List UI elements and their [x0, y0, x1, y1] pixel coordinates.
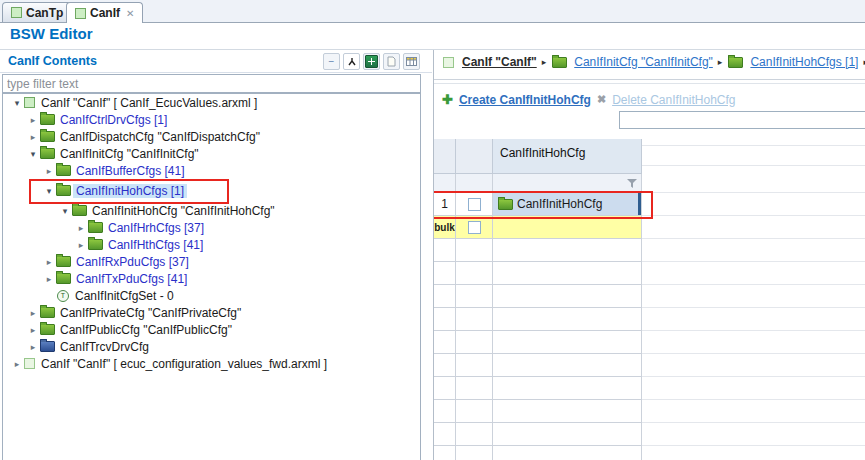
- corner-header-cell: [434, 139, 456, 174]
- delete-x-icon: ✖: [597, 93, 606, 106]
- folder-icon: [56, 185, 71, 196]
- folder-icon: [56, 165, 71, 176]
- breadcrumb-link[interactable]: CanIf "CanIf": [462, 55, 537, 69]
- layout-tree-icon[interactable]: [343, 53, 360, 70]
- tree-item[interactable]: ▸CanIfPrivateCfg "CanIfPrivateCfg": [3, 304, 420, 321]
- editor-content: CanIf Contents − ▾CanIf "CanIf" [ Ca: [0, 49, 865, 460]
- gridline: [642, 422, 865, 423]
- gridline: [642, 445, 865, 446]
- collapse-all-icon[interactable]: −: [323, 53, 340, 70]
- tree-item[interactable]: ▾CanIfInitHohCfgs [1]: [3, 182, 420, 199]
- expander-icon[interactable]: ▸: [43, 257, 55, 267]
- tab-canif[interactable]: CanIf ✕: [66, 2, 143, 23]
- empty-cell: [434, 285, 456, 308]
- funnel-icon[interactable]: [626, 178, 638, 189]
- tree-item[interactable]: ▸CanIfTrcvDrvCfg: [3, 338, 420, 355]
- gridline: [642, 353, 865, 354]
- export-excel-icon[interactable]: [363, 53, 380, 70]
- module-icon: [443, 57, 454, 68]
- gridline: [642, 261, 865, 262]
- gridline: [642, 399, 865, 400]
- expander-icon[interactable]: ▸: [27, 325, 39, 335]
- row-number-cell[interactable]: 1: [434, 193, 456, 216]
- tree-item-label: CanIfTrcvDrvCfg: [57, 340, 152, 354]
- empty-cell: [434, 423, 456, 446]
- filter-row-cell: [456, 174, 493, 193]
- row-number-cell[interactable]: bulk: [434, 216, 456, 239]
- row-checkbox[interactable]: [468, 198, 481, 211]
- column-filter-cell[interactable]: [493, 174, 642, 193]
- breadcrumb-link[interactable]: CanIfInitCfg "CanIfInitCfg": [574, 55, 713, 69]
- module-icon: [24, 97, 35, 108]
- breadcrumb-link[interactable]: CanIfInitHohCfgs [1]: [750, 55, 858, 69]
- row-name: CanIfInitHohCfg: [493, 197, 602, 211]
- expander-icon[interactable]: ▸: [27, 342, 39, 352]
- folder-icon: [40, 341, 55, 352]
- row-checkbox[interactable]: [468, 221, 481, 234]
- tree-item[interactable]: ▸CanIfHthCfgs [41]: [3, 236, 420, 253]
- empty-cell: [493, 285, 642, 308]
- row-name-cell[interactable]: [493, 216, 642, 239]
- expander-icon[interactable]: ▸: [27, 308, 39, 318]
- tree-item-label: CanIfPublicCfg "CanIfPublicCfg": [57, 323, 235, 337]
- tree-filter-input[interactable]: [2, 74, 421, 93]
- empty-cell: [456, 239, 493, 262]
- row-name-cell[interactable]: CanIfInitHohCfg: [493, 193, 642, 216]
- contents-header: CanIf Contents −: [0, 50, 432, 73]
- tree-item[interactable]: ▸CanIfHrhCfgs [37]: [3, 219, 420, 236]
- tab-label: CanTp: [26, 6, 63, 20]
- tab-cantp[interactable]: CanTp: [2, 2, 72, 22]
- expander-icon[interactable]: ▸: [75, 223, 87, 233]
- empty-cell: [434, 354, 456, 377]
- empty-cell: [493, 262, 642, 285]
- expander-icon[interactable]: ▾: [59, 206, 71, 216]
- tree-item-label: CanIfCtrlDrvCfgs [1]: [57, 113, 170, 127]
- expander-icon[interactable]: ▾: [43, 186, 55, 196]
- canif-contents-panel: CanIf Contents − ▾CanIf "CanIf" [ Ca: [0, 50, 432, 460]
- tree-item[interactable]: ▾CanIfInitHohCfg "CanIfInitHohCfg": [3, 202, 420, 219]
- tree-item-label: CanIfTxPduCfgs [41]: [73, 272, 190, 286]
- module-icon: [24, 358, 35, 369]
- tree-item-label: CanIf "CanIf" [ CanIf_EcucValues.arxml ]: [38, 96, 260, 110]
- table-filter-input[interactable]: [619, 111, 865, 129]
- empty-cell: [493, 446, 642, 460]
- expander-icon[interactable]: ▸: [27, 132, 39, 142]
- gridline: [642, 307, 865, 308]
- expander-icon[interactable]: ▾: [27, 149, 39, 159]
- table-columns-icon[interactable]: [403, 53, 420, 70]
- expander-icon[interactable]: ▸: [75, 240, 87, 250]
- expander-icon[interactable]: ▸: [11, 359, 23, 369]
- tree-item[interactable]: ▸CanIfCtrlDrvCfgs [1]: [3, 111, 420, 128]
- folder-icon: [40, 307, 55, 318]
- tree-item[interactable]: ▸CanIfDispatchCfg "CanIfDispatchCfg": [3, 128, 420, 145]
- tree-item[interactable]: TCanIfInitCfgSet - 0: [3, 287, 420, 304]
- empty-cell: [434, 446, 456, 460]
- gridline: [642, 330, 865, 331]
- expander-icon[interactable]: ▾: [11, 98, 23, 108]
- tree-item[interactable]: ▾CanIf "CanIf" [ CanIf_EcucValues.arxml …: [3, 94, 420, 111]
- create-link[interactable]: Create CanIfInitHohCfg: [459, 93, 591, 107]
- gridline: [642, 284, 865, 285]
- expander-icon[interactable]: ▸: [27, 115, 39, 125]
- gridline: [642, 238, 865, 239]
- tree-item-label: CanIfInitHohCfgs [1]: [73, 184, 187, 198]
- empty-cell: [434, 239, 456, 262]
- tab-label: CanIf: [90, 6, 120, 20]
- tree-item[interactable]: ▸CanIfBufferCfgs [41]: [3, 162, 420, 179]
- tree-item[interactable]: ▸CanIfTxPduCfgs [41]: [3, 270, 420, 287]
- tree-item[interactable]: ▸CanIf "CanIf" [ ecuc_configuration_valu…: [3, 355, 420, 372]
- tree-item[interactable]: ▸CanIfRxPduCfgs [37]: [3, 253, 420, 270]
- close-icon[interactable]: ✕: [126, 8, 134, 19]
- tree-item-label: CanIfHthCfgs [41]: [105, 238, 206, 252]
- empty-cell: [493, 423, 642, 446]
- tree-item[interactable]: ▸CanIfPublicCfg "CanIfPublicCfg": [3, 321, 420, 338]
- contents-title: CanIf Contents: [8, 54, 97, 68]
- column-header[interactable]: CanIfInitHohCfg: [493, 139, 642, 174]
- document-icon[interactable]: [383, 53, 400, 70]
- tree-item[interactable]: ▾CanIfInitCfg "CanIfInitCfg": [3, 145, 420, 162]
- expander-icon[interactable]: ▸: [43, 166, 55, 176]
- expander-icon[interactable]: ▸: [43, 274, 55, 284]
- filter-row-cell: [434, 174, 456, 193]
- delete-link: Delete CanIfInitHohCfg: [612, 93, 735, 107]
- folder-icon: [88, 222, 103, 233]
